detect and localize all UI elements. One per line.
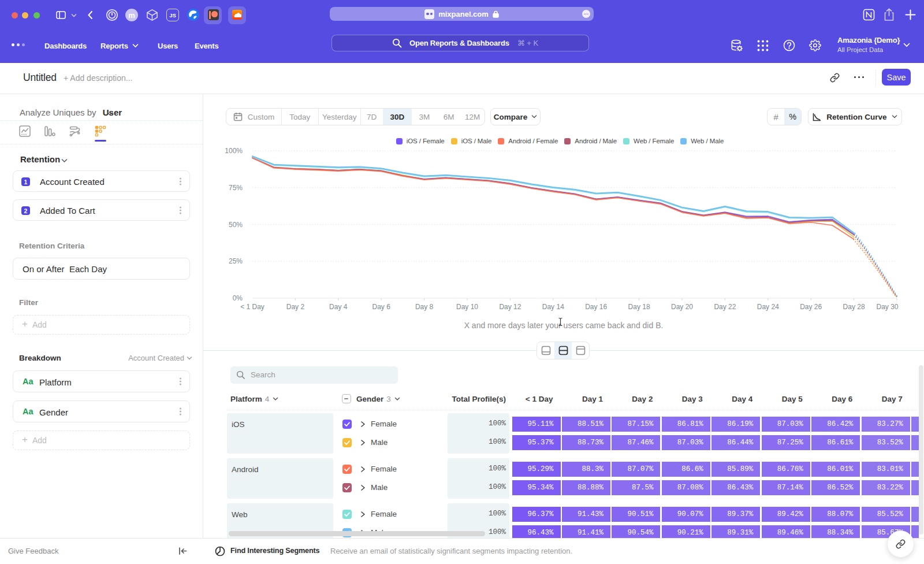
svg-text:Day 22: Day 22 <box>714 303 736 311</box>
svg-text:Day 28: Day 28 <box>843 303 865 311</box>
svg-text:25%: 25% <box>229 257 243 265</box>
svg-text:Day 12: Day 12 <box>499 303 521 311</box>
svg-text:Day 4: Day 4 <box>329 303 348 311</box>
svg-text:Day 30: Day 30 <box>876 303 898 311</box>
svg-text:Day 20: Day 20 <box>671 303 693 311</box>
svg-text:Day 10: Day 10 <box>456 303 478 311</box>
svg-text:50%: 50% <box>229 221 243 229</box>
svg-text:Day 2: Day 2 <box>286 303 305 311</box>
svg-text:Day 18: Day 18 <box>628 303 650 311</box>
svg-text:Day 24: Day 24 <box>757 303 779 311</box>
svg-text:100%: 100% <box>225 147 243 155</box>
svg-text:Day 16: Day 16 <box>585 303 607 311</box>
svg-text:< 1 Day: < 1 Day <box>240 303 264 311</box>
svg-text:Day 26: Day 26 <box>800 303 822 311</box>
svg-text:75%: 75% <box>229 184 243 192</box>
svg-text:0%: 0% <box>233 294 243 302</box>
svg-text:Day 6: Day 6 <box>372 303 391 311</box>
svg-text:Day 8: Day 8 <box>415 303 434 311</box>
svg-text:Day 14: Day 14 <box>542 303 564 311</box>
